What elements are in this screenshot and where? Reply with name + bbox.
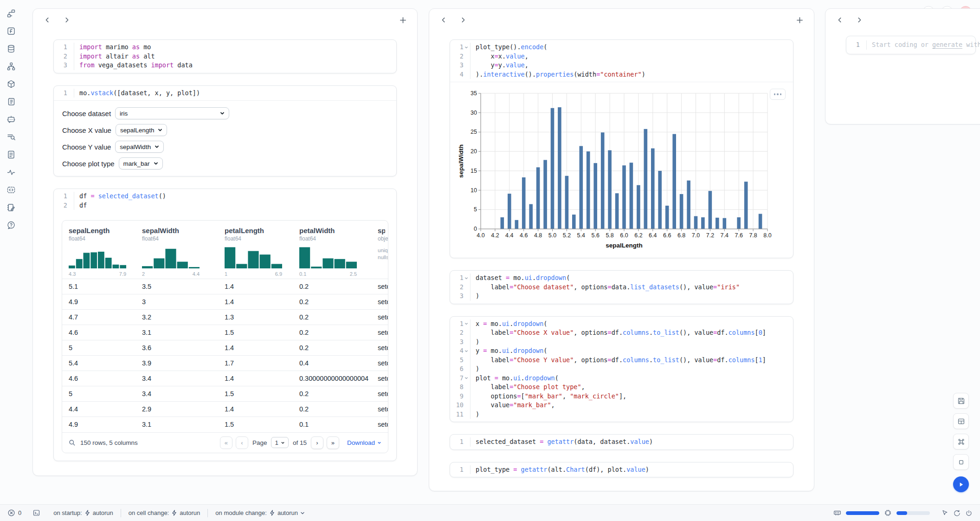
chevron-down-icon (158, 128, 162, 132)
panel-layout-button[interactable] (953, 413, 969, 429)
add-cell-button[interactable] (794, 15, 805, 25)
terminal-button[interactable] (32, 509, 40, 517)
chart-actions-button[interactable] (770, 89, 786, 100)
table-cell: setosa (371, 417, 388, 432)
run-all-button[interactable] (953, 476, 969, 492)
restart-icon[interactable] (953, 509, 961, 517)
code-line: df = selected_dataset() (79, 192, 396, 201)
bar-chart[interactable]: 4.04.24.44.64.85.05.25.45.65.86.06.26.46… (457, 88, 781, 251)
svg-text:4.8: 4.8 (534, 232, 542, 239)
table-cell: 1.4 (218, 294, 293, 310)
scratchpad-icon[interactable] (6, 132, 16, 142)
stop-button[interactable] (953, 454, 969, 470)
choose-y-value-select[interactable]: sepalWidth (115, 141, 164, 153)
help-icon[interactable] (6, 220, 16, 230)
column-header-sepalWidth[interactable]: sepalWidthfloat6424.4 (135, 221, 218, 279)
prev-page-button[interactable]: ‹ (236, 436, 248, 449)
next-page-button[interactable]: › (311, 436, 323, 449)
code-editor[interactable]: 123dataset = mo.ui.dropdown( label="Choo… (450, 271, 793, 304)
search-icon[interactable] (69, 439, 76, 446)
next-column-button[interactable] (854, 15, 864, 25)
column-header-petalLength[interactable]: petalLengthfloat6416.9 (218, 221, 293, 279)
line-number: 2 (54, 52, 74, 61)
choose-x-value-select[interactable]: sepalLength (116, 124, 168, 136)
cell-selected-dataset[interactable]: 1selected_dataset = getattr(data, datase… (450, 434, 793, 450)
documentation-icon[interactable] (6, 150, 16, 160)
svg-text:5.2: 5.2 (563, 232, 571, 239)
code-editor[interactable]: 12df = selected_dataset()df (54, 189, 396, 213)
file-tree-icon[interactable] (6, 8, 16, 19)
line-number[interactable]: 1 (450, 274, 470, 283)
line-number[interactable]: 1 (450, 43, 470, 52)
code-editor[interactable]: 1plot_type = getattr(alt.Chart(df), plot… (450, 462, 793, 477)
svg-text:6.2: 6.2 (634, 232, 642, 239)
notebook-icon[interactable] (6, 202, 16, 213)
prev-column-button[interactable] (438, 15, 449, 25)
table-row: 5.43.91.70.4setosa (62, 356, 388, 371)
code-placeholder[interactable]: Start coding or generate with AI (867, 40, 980, 50)
code-editor[interactable]: 1mo.vstack([dataset, x, y, plot]) (54, 86, 396, 101)
line-number: 2 (450, 52, 470, 61)
add-cell-button[interactable] (398, 15, 408, 25)
pointer-icon[interactable] (941, 509, 948, 517)
line-number[interactable]: 1 (450, 319, 470, 329)
cell-plot-type[interactable]: 1plot_type = getattr(alt.Chart(df), plot… (450, 462, 793, 478)
table-cell: setosa (371, 356, 388, 371)
error-indicator[interactable]: 0 (7, 509, 21, 517)
prev-column-button[interactable] (42, 15, 52, 25)
first-page-button[interactable]: « (220, 436, 232, 449)
column-histogram (69, 246, 126, 268)
line-number[interactable]: 4 (450, 346, 470, 356)
column-header-sepalLength[interactable]: sepalLengthfloat644.37.9 (62, 221, 135, 279)
table-row: 4.73.21.30.2setosa (62, 310, 388, 325)
functions-icon[interactable] (6, 26, 16, 36)
tracing-icon[interactable] (6, 167, 16, 177)
cell-imports[interactable]: 123import marimo as moimport altair as a… (53, 39, 397, 73)
on-module-change-setting[interactable]: on module change: autorun (215, 509, 305, 516)
cell-dataset-dropdown[interactable]: 123dataset = mo.ui.dropdown( label="Choo… (450, 270, 793, 304)
on-startup-setting[interactable]: on startup: autorun (53, 509, 113, 516)
download-button[interactable]: Download (347, 439, 381, 446)
cell-dataframe[interactable]: 12df = selected_dataset()df sepalLengthf… (53, 189, 397, 461)
line-number: 5 (450, 356, 470, 365)
code-editor[interactable]: 1234567891011x = mo.ui.dropdown( label="… (450, 317, 793, 422)
chat-icon[interactable] (6, 114, 16, 124)
packages-icon[interactable] (6, 79, 16, 89)
generate-with-ai-link[interactable]: generate (932, 41, 962, 48)
control-label: Choose X value (62, 126, 111, 134)
power-icon[interactable] (965, 509, 973, 517)
datasources-icon[interactable] (6, 44, 16, 54)
column-header-species[interactable]: speciesobjectunique:nulls: (371, 221, 388, 279)
table-cell: 4.7 (62, 310, 135, 325)
snippets-icon[interactable] (6, 185, 16, 195)
cpu-usage-bar (896, 511, 930, 515)
cell-xyplot-dropdowns[interactable]: 1234567891011x = mo.ui.dropdown( label="… (450, 316, 793, 423)
cell-vstack[interactable]: 1mo.vstack([dataset, x, y, plot]) Choose… (53, 85, 397, 177)
code-line: selected_dataset = getattr(data, dataset… (476, 437, 793, 447)
next-column-button[interactable] (458, 15, 468, 25)
logs-icon[interactable] (6, 97, 16, 107)
code-editor[interactable]: 123import marimo as moimport altair as a… (54, 40, 396, 73)
chevron-down-icon (154, 161, 158, 166)
on-cell-change-setting[interactable]: on cell change: autorun (129, 509, 200, 516)
code-editor[interactable]: 1selected_dataset = getattr(data, datase… (450, 435, 793, 449)
line-number[interactable]: 7 (450, 374, 470, 383)
save-button[interactable] (953, 393, 969, 409)
table-cell: 1.7 (218, 356, 293, 371)
code-editor[interactable]: 1234plot_type().encode( x=x.value, y=y.v… (450, 40, 793, 82)
table-cell: 1.4 (218, 402, 293, 417)
choose-dataset-select[interactable]: iris (115, 107, 229, 119)
column-header-petalWidth[interactable]: petalWidthfloat640.12.5 (293, 221, 371, 279)
next-column-button[interactable] (62, 15, 72, 25)
empty-code-cell[interactable]: 1 Start coding or generate with AI (846, 36, 976, 54)
keyboard-shortcuts-button[interactable] (953, 434, 969, 449)
table-cell: 3.4 (135, 371, 218, 386)
prev-column-button[interactable] (835, 15, 845, 25)
cell-chart[interactable]: 1234plot_type().encode( x=x.value, y=y.v… (450, 39, 793, 258)
dependency-graph-icon[interactable] (6, 61, 16, 72)
column-2-header (429, 9, 814, 31)
table-cell: 0.1 (293, 417, 371, 432)
page-select[interactable]: 1 (271, 437, 289, 448)
choose-plot-type-select[interactable]: mark_bar (119, 157, 163, 169)
last-page-button[interactable]: » (327, 436, 339, 449)
